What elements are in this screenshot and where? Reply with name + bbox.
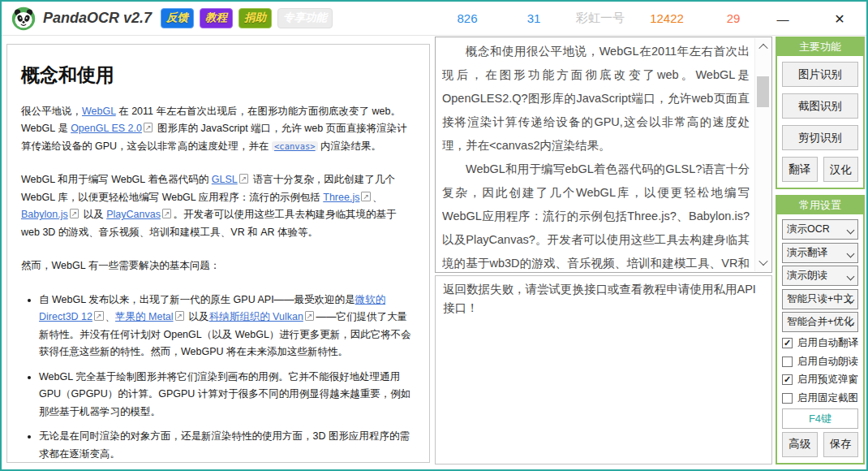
metal-link[interactable]: 苹果的 Metal xyxy=(115,311,174,322)
bullet-item: WebGL 完全基于绘制图形并将它们渲染到画布的用例。它并不能很好地处理通用 G… xyxy=(39,369,415,421)
auto-speech-row: 启用自动朗读 xyxy=(782,354,858,369)
minimize-button[interactable]: — xyxy=(765,2,801,36)
external-link-icon xyxy=(305,310,315,322)
text-run: 内渲染结果。 xyxy=(318,140,381,152)
screenshot-ocr-button[interactable]: 截图识别 xyxy=(782,93,858,119)
external-link-icon xyxy=(162,208,172,220)
advanced-button[interactable]: 高级 xyxy=(782,432,818,457)
button-pair: 翻译 汉化 xyxy=(782,157,858,182)
article-paragraph: WebGL 和用于编写 WebGL 着色器代码的 GLSL 语言十分复杂，因此创… xyxy=(21,171,415,241)
fixed-screenshot-checkbox[interactable] xyxy=(782,393,793,404)
app-window: PandaOCR v2.7 反馈 教程 捐助 专享功能 826 31 彩虹一号 … xyxy=(0,0,868,471)
error-message: 返回数据失败，请尝试更换接口或查看教程申请使用私用API接口！ xyxy=(443,283,756,314)
main-functions-header: 主要功能 xyxy=(777,38,863,56)
chevron-down-icon xyxy=(847,249,855,257)
preview-popup-checkbox[interactable]: ✓ xyxy=(782,374,793,385)
localize-button[interactable]: 汉化 xyxy=(823,157,859,182)
chevron-down-icon xyxy=(847,273,855,281)
title-bar: PandaOCR v2.7 反馈 教程 捐助 专享功能 826 31 彩虹一号 … xyxy=(2,2,866,36)
text-run: 自 WebGL 发布以来，出现了新一代的原生 GPU API——最受欢迎的是 xyxy=(39,294,355,305)
babylonjs-link[interactable]: Babylon.js xyxy=(21,209,68,220)
select-value: 智能合并+优化 xyxy=(787,315,853,329)
feedback-badge[interactable]: 反馈 xyxy=(161,8,194,28)
chevron-down-icon xyxy=(847,227,855,235)
panda-logo-icon xyxy=(11,6,36,31)
external-link-icon xyxy=(361,191,371,203)
scrollbar-track[interactable] xyxy=(754,38,771,271)
translation-result-textarea[interactable]: 返回数据失败，请尝试更换接口或查看教程申请使用私用API接口！ xyxy=(435,275,772,465)
checkbox-label: 启用自动翻译 xyxy=(797,336,858,350)
external-link-icon xyxy=(94,310,104,322)
checkbox-label: 启用自动朗读 xyxy=(797,355,858,369)
select-value: 演示OCR xyxy=(787,223,830,236)
donate-badge[interactable]: 捐助 xyxy=(238,8,272,28)
external-link-icon xyxy=(239,173,249,185)
app-title: PandaOCR v2.7 xyxy=(43,10,152,27)
image-ocr-button[interactable]: 图片识别 xyxy=(782,62,858,87)
text-run: 很公平地说， xyxy=(21,106,82,117)
playcanvas-link[interactable]: PlayCanvas xyxy=(106,209,161,220)
stat-server-name[interactable]: 彩虹一号 xyxy=(567,11,634,26)
select-value: 演示朗读 xyxy=(787,269,827,283)
text-run: 以及 xyxy=(80,209,106,220)
common-settings-header: 常用设置 xyxy=(777,197,863,214)
ocr-engine-select[interactable]: 演示OCR xyxy=(782,219,858,240)
vulkan-link[interactable]: 科纳斯组织的 Vulkan xyxy=(209,311,303,322)
translate-engine-select[interactable]: 演示翻译 xyxy=(782,243,858,263)
titlebar-stats: 826 31 彩虹一号 12422 29 xyxy=(434,2,767,35)
speech-engine-select[interactable]: 演示朗读 xyxy=(782,266,858,286)
auto-speech-checkbox[interactable] xyxy=(782,356,793,367)
scroll-down-button[interactable] xyxy=(755,255,771,270)
tutorial-badge[interactable]: 教程 xyxy=(200,8,233,28)
stat-counter-1[interactable]: 826 xyxy=(434,11,501,25)
common-settings-section: 常用设置 演示OCR 演示翻译 演示朗读 智能只读+中文 智能合并+优化 ✓ 启… xyxy=(776,195,865,465)
stat-counter-4[interactable]: 29 xyxy=(700,11,767,25)
fixed-screenshot-row: 启用固定截图 xyxy=(782,391,858,406)
webgl-link[interactable]: WebGL xyxy=(82,106,116,117)
ocr-result-panel: 概念和使用很公平地说，WebGL在2011年左右首次出现后，在图形功能方面彻底改… xyxy=(435,37,772,273)
sidebar: 主要功能 图片识别 截图识别 剪切识别 翻译 汉化 常用设置 演示OCR 演示翻… xyxy=(776,37,865,465)
select-value: 演示翻译 xyxy=(787,246,827,260)
close-button[interactable]: ✕ xyxy=(822,2,857,36)
text-run: WebGL 和用于编写 WebGL 着色器代码的 xyxy=(21,174,212,185)
article-paragraph: 然而，WebGL 有一些需要解决的基本问题： xyxy=(21,257,415,275)
external-link-icon xyxy=(70,208,79,220)
clipboard-ocr-button[interactable]: 剪切识别 xyxy=(782,125,858,150)
opengl-es-link[interactable]: OpenGL ES 2.0 xyxy=(71,123,142,134)
translate-button[interactable]: 翻译 xyxy=(782,157,818,182)
auto-translate-checkbox[interactable]: ✓ xyxy=(782,338,793,348)
external-link-icon xyxy=(144,122,153,134)
article-paragraph: 很公平地说，WebGL 在 2011 年左右首次出现后，在图形功能方面彻底改变了… xyxy=(21,103,415,156)
ocr-paragraph: WebGL和用于编写ebGL着色器代码的GLSL?语言十分复杂，因此创建了几个W… xyxy=(442,158,750,270)
hotkey-input[interactable]: F4键 xyxy=(782,408,858,429)
main-functions-section: 主要功能 图片识别 截图识别 剪切识别 翻译 汉化 xyxy=(776,37,865,189)
ocr-result-textarea[interactable]: 概念和使用很公平地说，WebGL在2011年左右首次出现后，在图形功能方面彻底改… xyxy=(442,40,750,270)
bullet-item: 自 WebGL 发布以来，出现了新一代的原生 GPU API——最受欢迎的是微软… xyxy=(39,292,415,361)
auto-translate-row: ✓ 启用自动翻译 xyxy=(782,335,858,351)
article-preview-panel: 概念和使用 很公平地说，WebGL 在 2011 年左右首次出现后，在图形功能方… xyxy=(6,44,430,463)
bullet-item: 无论是在同时渲染的对象方面，还是新渲染特性的使用方面，3D 图形应用程序的需求都… xyxy=(39,428,415,463)
external-link-icon xyxy=(175,310,185,322)
scrollbar-thumb[interactable] xyxy=(757,76,769,107)
canvas-code-link[interactable]: <canvas> xyxy=(272,141,318,151)
common-settings-body: 演示OCR 演示翻译 演示朗读 智能只读+中文 智能合并+优化 ✓ 启用自动翻译… xyxy=(777,214,863,463)
threejs-link[interactable]: Three.js xyxy=(323,192,359,203)
main-functions-body: 图片识别 截图识别 剪切识别 翻译 汉化 xyxy=(777,56,863,188)
recognize-mode-select[interactable]: 智能只读+中文 xyxy=(782,289,858,309)
glsl-link[interactable]: GLSL xyxy=(212,174,238,185)
stat-counter-2[interactable]: 31 xyxy=(501,11,567,25)
ocr-paragraph: 概念和使用很公平地说，WebGL在2011年左右首次出现后，在图形功能方面彻底改… xyxy=(442,40,750,158)
article-bullet-list: 自 WebGL 发布以来，出现了新一代的原生 GPU API——最受欢迎的是微软… xyxy=(21,292,415,463)
chevron-down-icon xyxy=(758,257,767,266)
text-run: 、 xyxy=(372,192,383,203)
premium-features-badge[interactable]: 专享功能 xyxy=(277,8,333,28)
merge-mode-select[interactable]: 智能合并+优化 xyxy=(782,312,858,332)
text-run: 以及 xyxy=(186,311,208,322)
stat-counter-3[interactable]: 12422 xyxy=(634,11,700,25)
save-button[interactable]: 保存 xyxy=(823,432,859,457)
preview-popup-row: ✓ 启用预览弹窗 xyxy=(782,372,858,387)
scroll-up-button[interactable] xyxy=(755,40,771,54)
checkbox-label: 启用预览弹窗 xyxy=(797,373,858,387)
select-value: 智能只读+中文 xyxy=(787,292,853,306)
checkbox-label: 启用固定截图 xyxy=(797,391,858,405)
